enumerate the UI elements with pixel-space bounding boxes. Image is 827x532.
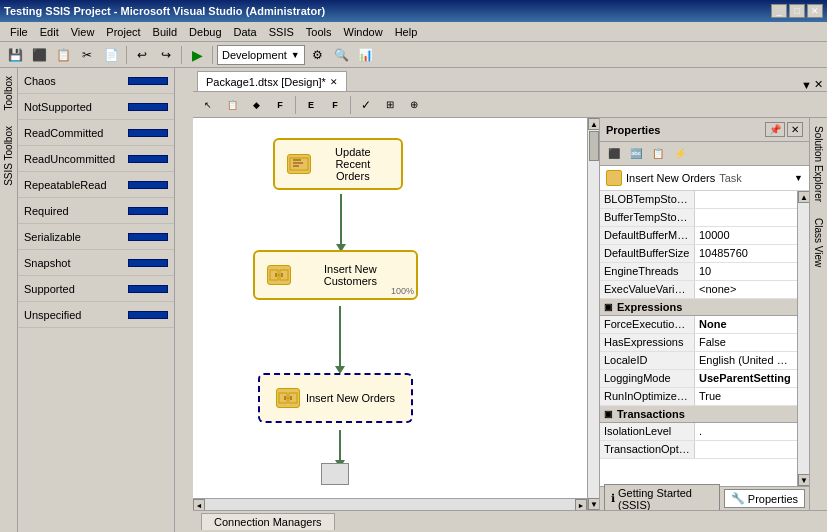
solution-explorer-label[interactable]: Solution Explorer xyxy=(811,118,826,210)
class-view-label[interactable]: Class View xyxy=(811,210,826,275)
props-scroll-track[interactable] xyxy=(798,203,809,474)
sidebar-item-snapshot[interactable]: Snapshot xyxy=(18,250,174,276)
properties-pin-btn[interactable]: 📌 xyxy=(765,122,785,137)
props-section-transactions[interactable]: ▣ Transactions xyxy=(600,406,797,423)
minimize-button[interactable]: _ xyxy=(771,4,787,18)
toolbar-undo[interactable]: ↩ xyxy=(131,44,153,66)
close-button[interactable]: ✕ xyxy=(807,4,823,18)
connection-managers-tab[interactable]: Connection Managers xyxy=(201,513,335,530)
menu-project[interactable]: Project xyxy=(100,25,146,39)
canvas-scrollbar-h[interactable]: ◄ ► xyxy=(193,498,587,510)
props-tab-getting-started[interactable]: ℹ Getting Started (SSIS) xyxy=(604,484,720,511)
sidebar-item-notsupported[interactable]: NotSupported xyxy=(18,94,174,120)
design-tb-check[interactable]: ✓ xyxy=(355,94,377,116)
hscroll-track[interactable] xyxy=(205,499,575,510)
props-val-hasexpr[interactable]: False xyxy=(695,334,797,351)
props-scroll-down[interactable]: ▼ xyxy=(798,474,809,486)
toolbox-label[interactable]: Toolbox xyxy=(1,68,16,118)
design-tb-2[interactable]: 📋 xyxy=(221,94,243,116)
scroll-down-btn[interactable]: ▼ xyxy=(588,498,599,510)
sidebar-item-repeatableread[interactable]: RepeatableRead xyxy=(18,172,174,198)
sidebar-item-readcommitted[interactable]: ReadCommitted xyxy=(18,120,174,146)
design-tb-grid[interactable]: ⊞ xyxy=(379,94,401,116)
menu-view[interactable]: View xyxy=(65,25,101,39)
tab-close-btn[interactable]: ✕ xyxy=(330,77,338,87)
scroll-thumb[interactable] xyxy=(589,131,599,161)
menu-tools[interactable]: Tools xyxy=(300,25,338,39)
toolbar-btn-1[interactable]: 💾 xyxy=(4,44,26,66)
props-scrollbar[interactable]: ▲ ▼ xyxy=(797,191,809,486)
props-val-forceexec[interactable]: None xyxy=(695,316,797,333)
tab-dropdown-btn[interactable]: ▼ xyxy=(801,79,812,91)
sidebar-item-supported[interactable]: Supported xyxy=(18,276,174,302)
sidebar-label-notsupported: NotSupported xyxy=(24,101,128,113)
menu-ssis[interactable]: SSIS xyxy=(263,25,300,39)
canvas-scrollbar-v[interactable]: ▲ ▼ xyxy=(587,118,599,510)
menu-edit[interactable]: Edit xyxy=(34,25,65,39)
properties-close-btn[interactable]: ✕ xyxy=(787,122,803,137)
props-tb-sort-category[interactable]: 🔤 xyxy=(626,145,646,163)
menu-debug[interactable]: Debug xyxy=(183,25,227,39)
flow-item-orders[interactable]: Insert New Orders xyxy=(258,373,413,423)
toolbar-btn-2[interactable]: ⬛ xyxy=(28,44,50,66)
scroll-track[interactable] xyxy=(588,130,599,498)
toolbar-btn-5[interactable]: 📄 xyxy=(100,44,122,66)
props-scroll-up[interactable]: ▲ xyxy=(798,191,809,203)
toolbar-btn-3[interactable]: 📋 xyxy=(52,44,74,66)
toolbar-btn-6[interactable]: ⚙ xyxy=(307,44,329,66)
props-tab-properties[interactable]: 🔧 Properties xyxy=(724,489,805,508)
design-tb-f2[interactable]: F xyxy=(324,94,346,116)
menu-window[interactable]: Window xyxy=(338,25,389,39)
props-val-blobtemp[interactable] xyxy=(695,191,797,208)
design-tb-3[interactable]: ◆ xyxy=(245,94,267,116)
toolbar-btn-8[interactable]: 📊 xyxy=(355,44,377,66)
props-val-localeid[interactable]: English (United State xyxy=(695,352,797,369)
sidebar-label-serializable: Serializable xyxy=(24,231,128,243)
menu-help[interactable]: Help xyxy=(389,25,424,39)
tab-close-all-btn[interactable]: ✕ xyxy=(814,78,823,91)
scroll-right-btn[interactable]: ► xyxy=(575,499,587,510)
menu-build[interactable]: Build xyxy=(147,25,183,39)
toolbar-btn-4[interactable]: ✂ xyxy=(76,44,98,66)
toolbox-vert-tab[interactable]: Toolbox SSIS Toolbox xyxy=(0,68,18,532)
props-val-defaultbuffermaxrows[interactable]: 10000 xyxy=(695,227,797,244)
ide-main: Package1.dtsx [Design]* ✕ ▼ ✕ ↖ 📋 ◆ F E … xyxy=(175,68,827,532)
sidebar-item-required[interactable]: Required xyxy=(18,198,174,224)
props-val-defaultbuffersize[interactable]: 10485760 xyxy=(695,245,797,262)
props-tb-events[interactable]: ⚡ xyxy=(670,145,690,163)
design-tb-e[interactable]: E xyxy=(300,94,322,116)
props-val-loggingmode[interactable]: UseParentSetting xyxy=(695,370,797,387)
sidebar-item-serializable[interactable]: Serializable xyxy=(18,224,174,250)
sidebar-item-unspecified[interactable]: Unspecified xyxy=(18,302,174,328)
tab-package1[interactable]: Package1.dtsx [Design]* ✕ xyxy=(197,71,347,91)
toolbar-play[interactable]: ▶ xyxy=(186,44,208,66)
flow-item-customers[interactable]: Insert New Customers 100% xyxy=(253,250,418,300)
toolbar-redo[interactable]: ↪ xyxy=(155,44,177,66)
ssis-toolbox-label[interactable]: SSIS Toolbox xyxy=(1,118,16,194)
sidebar-item-readuncommitted[interactable]: ReadUncommitted xyxy=(18,146,174,172)
design-tb-f1[interactable]: F xyxy=(269,94,291,116)
configuration-dropdown[interactable]: Development ▼ xyxy=(217,45,305,65)
design-tb-1[interactable]: ↖ xyxy=(197,94,219,116)
scroll-up-btn[interactable]: ▲ xyxy=(588,118,599,130)
toolbar-btn-7[interactable]: 🔍 xyxy=(331,44,353,66)
props-val-isolationlevel[interactable]: . xyxy=(695,423,797,440)
props-tb-sort-alpha[interactable]: ⬛ xyxy=(604,145,624,163)
properties-pin-buttons: 📌 ✕ xyxy=(765,122,803,137)
maximize-button[interactable]: □ xyxy=(789,4,805,18)
props-val-execvalvar[interactable]: <none> xyxy=(695,281,797,298)
sidebar-item-chaos[interactable]: Chaos xyxy=(18,68,174,94)
props-val-buffertemppath[interactable] xyxy=(695,209,797,226)
props-val-runinopt[interactable]: True xyxy=(695,388,797,405)
design-tb-zoom[interactable]: ⊕ xyxy=(403,94,425,116)
props-val-enginethreads[interactable]: 10 xyxy=(695,263,797,280)
props-section-expressions[interactable]: ▣ Expressions xyxy=(600,299,797,316)
props-task-dropdown[interactable]: ▼ xyxy=(794,173,803,183)
flow-item-update[interactable]: Update Recent Orders xyxy=(273,138,403,190)
menu-file[interactable]: File xyxy=(4,25,34,39)
scroll-left-btn[interactable]: ◄ xyxy=(193,499,205,510)
props-val-transactionoption[interactable] xyxy=(695,441,797,458)
menu-data[interactable]: Data xyxy=(228,25,263,39)
designer-canvas[interactable]: Update Recent Orders xyxy=(193,118,599,510)
props-tb-properties[interactable]: 📋 xyxy=(648,145,668,163)
